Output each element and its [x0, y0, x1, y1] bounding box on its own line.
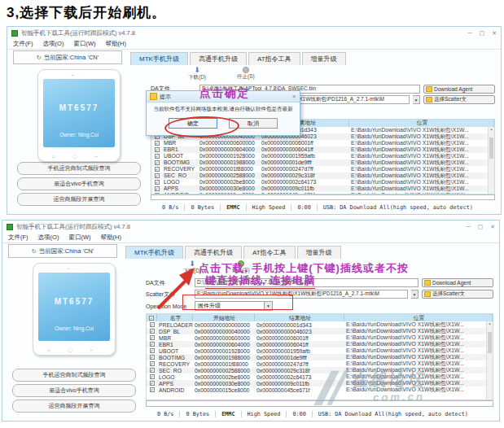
row-checkbox-cell[interactable]: ✓ [147, 329, 157, 334]
minimize-icon[interactable]: ─ [468, 30, 472, 37]
tab-qualcomm-upgrade[interactable]: 高通手机升级 [190, 52, 247, 65]
scatter-dropdown-icon[interactable]: ▼ [411, 290, 419, 299]
table-scrollbar[interactable]: ▲ [486, 321, 493, 400]
status-bar: 0 B/s 0 Bytes EMMC High Speed 0:00 USB: … [146, 409, 493, 419]
current-country-label: 当前国家:China 'CN' [44, 54, 99, 62]
row-checkbox-cell[interactable]: ✓ [147, 381, 157, 386]
minimize-icon[interactable]: ─ [467, 224, 471, 230]
menu-file[interactable]: 文件(F) [8, 234, 28, 242]
scrollbar-thumb[interactable] [488, 332, 492, 353]
close-icon[interactable]: ✕ [492, 30, 497, 37]
end-address: 0x0000000002c64173 [260, 179, 349, 185]
left-panel: – · MT6577 Owner: Ning.Cui ▭ ◯ ↩ 手机运营商制式… [2, 259, 146, 421]
select-all-checkbox[interactable]: ✓ [149, 316, 154, 321]
table-scrollbar[interactable]: ▲ [488, 127, 494, 194]
row-checkbox-cell[interactable]: ✓ [151, 154, 162, 159]
tab-mtk-upgrade[interactable]: MTK手机升级 [125, 246, 183, 259]
band-open-query-button[interactable]: 运营商频段开展查询 [12, 400, 136, 413]
maximize-icon[interactable]: ▢ [480, 30, 485, 37]
row-checkbox-cell[interactable]: ✓ [151, 147, 162, 152]
row-checkbox-cell[interactable]: ✓ [147, 342, 157, 347]
tab-qualcomm-upgrade[interactable]: 高通手机升级 [185, 246, 242, 259]
choose-scatter-button[interactable]: 选择Scatter文 [423, 95, 495, 104]
row-checkbox-cell[interactable]: ✓ [147, 361, 157, 366]
row-checkbox[interactable]: ✓ [155, 154, 160, 159]
tab-incremental-upgrade[interactable]: 增量升级 [297, 246, 341, 259]
end-address: 0x0000000045ce671f [255, 387, 344, 393]
menu-window[interactable]: 窗口(W) [73, 40, 95, 48]
download-agent-button[interactable]: Download Agent [422, 278, 493, 287]
row-checkbox[interactable]: ✓ [150, 355, 155, 360]
dialog-close-icon[interactable]: ✕ [292, 94, 296, 100]
row-checkbox[interactable]: ✓ [155, 141, 160, 146]
stop-button[interactable]: 停止(S) [237, 67, 255, 81]
row-checkbox[interactable]: ✓ [155, 193, 160, 194]
row-checkbox[interactable]: ✓ [150, 387, 155, 392]
col-location[interactable]: 位置 [344, 314, 493, 321]
download-button[interactable]: ⬇ 下载(D) [188, 67, 206, 81]
row-checkbox-cell[interactable]: ✓ [151, 193, 162, 194]
row-checkbox[interactable]: ✓ [150, 361, 155, 366]
vivo-query-button[interactable]: 最适合vivo手机查询 [17, 177, 141, 190]
menu-file[interactable]: 文件(F) [13, 40, 33, 48]
row-checkbox-cell[interactable]: ✓ [147, 368, 157, 373]
row-checkbox-cell[interactable]: ✓ [151, 180, 162, 185]
col-location[interactable]: 位置 [349, 120, 494, 127]
row-checkbox[interactable]: ✓ [150, 342, 155, 347]
row-checkbox[interactable]: ✓ [150, 374, 155, 379]
scatter-dropdown-icon[interactable]: ▼ [413, 95, 420, 104]
row-checkbox[interactable]: ✓ [155, 160, 160, 165]
row-checkbox-cell[interactable]: ✓ [147, 374, 157, 379]
row-checkbox-cell[interactable]: ✓ [147, 355, 157, 360]
app-icon [11, 30, 18, 37]
tab-at-command[interactable]: AT指令工具 [248, 52, 300, 65]
tab-incremental-upgrade[interactable]: 增量升级 [302, 52, 346, 65]
menu-options[interactable]: 选项(O) [43, 40, 64, 48]
col-end-address[interactable]: 结束地址 [255, 314, 344, 321]
band-open-query-button[interactable]: 运营商频段开展查询 [17, 193, 141, 206]
row-checkbox[interactable]: ✓ [150, 322, 155, 327]
scroll-up-icon[interactable]: ▲ [487, 321, 493, 326]
menu-window[interactable]: 窗口(W) [68, 234, 90, 242]
row-checkbox-cell[interactable]: ✓ [147, 387, 157, 392]
row-checkbox-cell[interactable]: ✓ [151, 160, 162, 165]
download-agent-button[interactable]: Download Agent [423, 85, 495, 94]
partition-row[interactable]: ✓ANDROID0x0000000015ce80000x0000000045ce… [147, 387, 493, 393]
partition-row[interactable]: ✓ANDROID0x0000000015ce80000x0000000045ce… [151, 192, 494, 194]
row-checkbox[interactable]: ✓ [155, 186, 160, 191]
choose-scatter-button[interactable]: 选择Scatter文 [422, 290, 493, 299]
close-icon[interactable]: ✕ [490, 224, 495, 230]
row-checkbox-cell[interactable]: ✓ [147, 322, 157, 327]
col-start-address[interactable]: 开始地址 [193, 314, 255, 321]
phone-camera-dots: – · [33, 266, 115, 271]
row-checkbox-cell[interactable]: ✓ [147, 335, 157, 340]
menu-help[interactable]: 帮助(H) [101, 234, 121, 242]
row-checkbox-cell[interactable]: ✓ [151, 141, 162, 146]
row-checkbox-cell[interactable]: ✓ [147, 348, 157, 353]
row-checkbox-cell[interactable]: ✓ [151, 167, 162, 172]
start-address: 0x00000000030e8000 [198, 186, 260, 191]
row-checkbox[interactable]: ✓ [150, 368, 155, 373]
tab-at-command[interactable]: AT指令工具 [243, 246, 296, 259]
row-checkbox[interactable]: ✓ [150, 381, 155, 386]
row-checkbox[interactable]: ✓ [155, 180, 160, 185]
row-checkbox-cell[interactable]: ✓ [151, 186, 162, 191]
row-checkbox[interactable]: ✓ [155, 167, 160, 172]
carrier-band-query-button[interactable]: 手机运营商制式频段查询 [17, 162, 141, 175]
row-checkbox[interactable]: ✓ [150, 335, 155, 340]
row-checkbox[interactable]: ✓ [150, 329, 155, 334]
row-checkbox[interactable]: ✓ [155, 173, 160, 178]
menu-help[interactable]: 帮助(H) [106, 40, 126, 48]
row-checkbox[interactable]: ✓ [155, 147, 160, 152]
start-address: 0x0000000000000000 [193, 322, 255, 328]
scroll-up-icon[interactable]: ▲ [489, 127, 494, 132]
carrier-band-query-button[interactable]: 手机运营商制式频段查询 [12, 369, 136, 382]
vivo-query-button[interactable]: 最适合vivo手机查询 [12, 384, 136, 397]
row-checkbox[interactable]: ✓ [150, 348, 155, 353]
maximize-icon[interactable]: ▢ [478, 224, 484, 230]
menu-options[interactable]: 选项(O) [38, 234, 59, 242]
scrollbar-thumb[interactable] [489, 138, 493, 159]
row-checkbox-cell[interactable]: ✓ [151, 173, 162, 178]
tab-mtk-upgrade[interactable]: MTK手机升级 [130, 52, 188, 65]
col-name[interactable]: 名字 [157, 314, 193, 321]
